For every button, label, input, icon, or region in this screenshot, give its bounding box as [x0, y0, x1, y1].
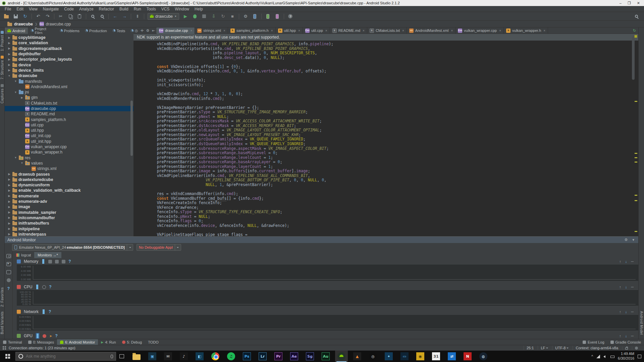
close-tab-icon[interactable]: × — [499, 29, 501, 33]
toolwindow-button-event-log[interactable]: Event Log — [580, 339, 607, 345]
hide-panel-icon[interactable]: ⇤ — [151, 28, 156, 33]
forward-icon[interactable]: → — [121, 13, 127, 19]
hector-icon[interactable] — [632, 347, 641, 350]
screenshot-icon[interactable] — [6, 254, 11, 258]
minimize-section-icon[interactable]: ─ — [631, 285, 634, 289]
locate-icon[interactable]: ◎ — [133, 28, 139, 33]
monitor-help-icon[interactable]: ? — [7, 286, 10, 291]
redo-icon[interactable]: ↷ — [45, 13, 51, 19]
help-icon[interactable]: ? — [49, 309, 51, 314]
project-tab-project-files[interactable]: Project Files — [28, 27, 57, 34]
toolwindow-button-todo[interactable]: TODO — [145, 339, 162, 345]
warning-mark-icon[interactable] — [635, 153, 637, 154]
battery-icon[interactable] — [610, 356, 614, 358]
strip-tab-build-variants[interactable]: Build Variants — [0, 311, 4, 334]
pause-icon[interactable] — [35, 284, 39, 290]
minimize-button[interactable]: – — [620, 1, 622, 5]
save-icon[interactable] — [13, 13, 19, 19]
tree-item-glm[interactable]: ▶glm — [5, 95, 133, 100]
editor-tab-vulkan_wrapper.h[interactable]: hvulkan_wrapper.h× — [504, 27, 548, 34]
editor-tab-README.md[interactable]: ≡README.md× — [330, 27, 367, 34]
project-tree-scrollbar[interactable] — [130, 101, 133, 156]
taskbar-app-photos[interactable]: ▣ — [146, 351, 159, 362]
tree-item-CMakeLists.txt[interactable]: ≡CMakeLists.txt — [5, 101, 133, 106]
monitor-settings-icon[interactable]: ⚙ — [625, 238, 628, 242]
menu-window[interactable]: Window — [172, 7, 192, 11]
tree-item-immutable_sampler[interactable]: ▶immutable_sampler — [5, 210, 133, 215]
tree-expand-icon[interactable]: ▼ — [14, 156, 17, 159]
code-editor[interactable]: NDK support is an experimental feature a… — [133, 34, 638, 236]
warning-mark-icon[interactable] — [635, 195, 637, 196]
editor-tab-AndroidManifest.xml[interactable]: <>AndroidManifest.xml× — [407, 27, 456, 34]
toolwindow-button-gradle-console[interactable]: Gradle Console — [607, 339, 644, 345]
taskbar-app-notepad[interactable]: N — [461, 351, 474, 362]
minimize-section-icon[interactable]: ─ — [631, 334, 634, 338]
strip-tab-2-favorites[interactable]: 2: Favorites — [0, 287, 4, 307]
warning-mark-icon[interactable] — [635, 231, 637, 232]
menu-tools[interactable]: Tools — [144, 7, 159, 11]
close-tab-icon[interactable]: × — [298, 29, 300, 33]
tree-item-descriptor_pipeline_layouts[interactable]: ▶descriptor_pipeline_layouts — [5, 57, 133, 62]
tree-item-vulkan_wrapper.cpp[interactable]: C++vulkan_wrapper.cpp — [5, 144, 133, 149]
toolwindow-button-0-messages[interactable]: 0: Messages — [25, 339, 57, 345]
readonly-lock-icon[interactable] — [622, 347, 631, 350]
taskbar-app-audition[interactable]: Au — [319, 351, 332, 362]
tree-item-enumerate[interactable]: ▶enumerate — [5, 193, 133, 199]
tree-item-util_init.hpp[interactable]: hutil_init.hpp — [5, 139, 133, 144]
tree-expand-icon[interactable]: ▶ — [7, 42, 11, 45]
scroll-down-icon[interactable]: ↓ — [625, 285, 627, 289]
tree-item-initcommandbuffer[interactable]: ▶initcommandbuffer — [5, 215, 133, 221]
tree-item-samples_platform.h[interactable]: hsamples_platform.h — [5, 117, 133, 122]
minimize-section-icon[interactable]: ─ — [631, 259, 634, 263]
tree-item-depthbuffer[interactable]: ▶depthbuffer — [5, 51, 133, 57]
warning-mark-icon[interactable] — [635, 200, 637, 201]
taskbar-app-obs[interactable]: ◎ — [367, 351, 379, 362]
tree-item-drawsub passes[interactable]: ▶drawsub passes — [5, 171, 133, 177]
pause-icon[interactable] — [42, 309, 46, 315]
microphone-icon[interactable] — [111, 355, 113, 358]
editor-tab-util.hpp[interactable]: hutil.hpp× — [276, 27, 303, 34]
taskbar-app-store[interactable]: ◧ — [193, 351, 206, 362]
tree-item-res[interactable]: ▼res — [5, 155, 133, 161]
menu-navigate[interactable]: Navigate — [40, 7, 61, 11]
tree-item-initpipeline[interactable]: ▶initpipeline — [5, 226, 133, 231]
scroll-down-icon[interactable]: ↓ — [625, 259, 627, 263]
tree-item-initrenderpass[interactable]: ▶initrenderpass — [5, 232, 133, 236]
toolwindow-button-terminal[interactable]: Terminal — [0, 339, 25, 345]
sync-project-icon[interactable]: ⚙ — [243, 13, 249, 19]
debuggable-app-dropdown[interactable]: No Debuggable Appl — [137, 244, 181, 251]
screen-record-icon[interactable] — [6, 262, 11, 266]
scroll-down-icon[interactable]: ↓ — [625, 310, 627, 314]
monitor-tab-monitors[interactable]: Monitors →* — [34, 252, 61, 258]
project-tab-android[interactable]: Android — [5, 27, 28, 34]
close-tab-icon[interactable]: × — [402, 29, 404, 33]
sdk-manager-icon[interactable] — [265, 13, 271, 19]
close-tab-icon[interactable]: × — [223, 29, 225, 33]
tree-expand-icon[interactable]: ▶ — [7, 211, 11, 214]
tree-expand-icon[interactable]: ▶ — [7, 178, 11, 181]
taskbar-app-display[interactable]: ▭ — [398, 351, 411, 362]
menu-edit[interactable]: Edit — [14, 7, 26, 11]
scroll-up-icon[interactable]: ↑ — [619, 285, 621, 289]
tree-expand-icon[interactable]: ▶ — [7, 69, 11, 72]
start-button[interactable] — [0, 351, 15, 362]
tree-expand-icon[interactable]: ▶ — [7, 184, 11, 187]
taskbar-search[interactable] — [15, 352, 116, 361]
tree-item-manifests[interactable]: ▼manifests — [5, 78, 133, 84]
editor-tab-util.cpp[interactable]: C++util.cpp× — [303, 27, 330, 34]
tree-item-jni[interactable]: ▼jni — [5, 89, 133, 95]
debug-icon[interactable] — [192, 13, 198, 19]
tree-expand-icon[interactable]: ▶ — [20, 96, 24, 99]
attach-icon[interactable]: ⇩ — [211, 13, 217, 19]
menu-vcs[interactable]: VCS — [159, 7, 172, 11]
record-icon[interactable] — [43, 334, 46, 338]
code-content[interactable]: vkCmdBindPipeline(info.cmd, VK_PIPELINE_… — [133, 41, 638, 237]
tree-expand-icon[interactable]: ▶ — [7, 222, 11, 225]
strip-tab-captures[interactable]: Captures — [0, 88, 4, 104]
pause-icon[interactable] — [41, 258, 45, 264]
gear-icon[interactable]: ⚙ — [145, 28, 151, 33]
action-center-icon[interactable] — [638, 355, 641, 358]
search-everywhere-icon[interactable] — [633, 13, 639, 19]
tree-item-dbgcreatemsgcallback[interactable]: ▶dbgcreatemsgcallback — [5, 46, 133, 51]
taskbar-app-speedgrade[interactable]: Sg — [304, 351, 316, 362]
